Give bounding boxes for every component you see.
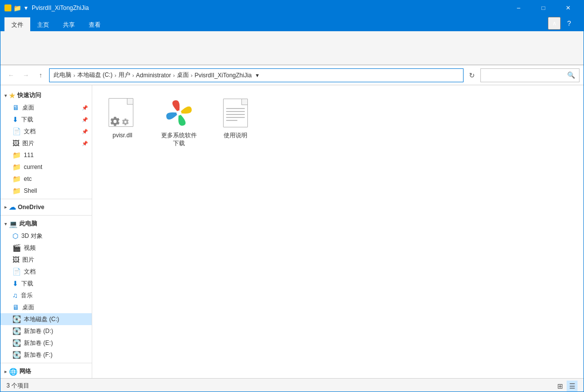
folder-icon-current: 📁 — [12, 163, 21, 171]
pin-icon-desktop: 📌 — [82, 105, 88, 111]
sidebar-item-desktop[interactable]: 🖥 桌面 📌 — [0, 102, 92, 113]
sidebar-label-pics: 图片 — [22, 139, 34, 148]
sidebar-pc-header[interactable]: ▾ 💻 此电脑 — [0, 218, 92, 230]
minimize-button[interactable]: – — [507, 0, 530, 15]
label-pics2: 图片 — [22, 256, 34, 264]
app-icon-yellow — [4, 4, 11, 11]
icon-video: 🎬 — [12, 244, 21, 252]
file-item-txt[interactable]: 使用说明 — [213, 93, 258, 144]
breadcrumb-thispc[interactable]: 此电脑 — [54, 71, 71, 79]
file-item-dll[interactable]: pvisr.dll — [100, 93, 145, 144]
icon-drive-c: 💽 — [12, 315, 21, 323]
icon-docs2: 📄 — [12, 268, 21, 276]
breadcrumb-current[interactable]: PvisrdII_XiTongZhiJia — [194, 72, 251, 79]
sidebar-label-desktop: 桌面 — [22, 104, 34, 112]
sidebar-label-111: 111 — [24, 152, 34, 159]
sidebar: ▾ ★ 快速访问 🖥 桌面 📌 ⬇ 下载 📌 📄 文档 📌 🖼 图片 📌 📁 1… — [0, 85, 92, 378]
up-button[interactable]: ↑ — [34, 69, 47, 82]
tab-share[interactable]: 共享 — [56, 17, 82, 31]
pin-icon-download: 📌 — [82, 117, 88, 122]
view-toggle: ⊞ ☰ — [555, 381, 578, 392]
label-video: 视频 — [24, 244, 36, 252]
quickaccess-label: 快速访问 — [17, 91, 41, 100]
desktop-icon: 🖥 — [12, 104, 19, 112]
content-area: pvisr.dll 更多系统 — [92, 85, 584, 378]
title-bar-controls: – □ ✕ — [507, 0, 580, 15]
label-drive-d: 新加卷 (D:) — [24, 327, 53, 336]
onedrive-icon: ☁ — [9, 203, 16, 211]
sidebar-network-header[interactable]: ▸ 🌐 网络 — [0, 365, 92, 378]
sidebar-item-video[interactable]: 🎬 视频 — [0, 242, 92, 254]
docs-icon: 📄 — [12, 127, 21, 135]
file-icon-dll — [107, 97, 138, 129]
sidebar-item-download[interactable]: ⬇ 下载 📌 — [0, 113, 92, 125]
file-icon-txt — [220, 97, 251, 129]
sidebar-item-etc[interactable]: 📁 etc — [0, 173, 92, 185]
pc-icon: 💻 — [9, 220, 17, 228]
maximize-button[interactable]: □ — [532, 0, 555, 15]
sidebar-item-drive-d[interactable]: 💽 新加卷 (D:) — [0, 325, 92, 337]
file-icon-pinwheel — [163, 97, 195, 129]
sidebar-item-music[interactable]: ♫ 音乐 — [0, 289, 92, 301]
network-label: 网络 — [19, 367, 31, 376]
sidebar-item-111[interactable]: 📁 111 — [0, 149, 92, 161]
sidebar-item-shell[interactable]: 📁 Shell — [0, 185, 92, 197]
search-box[interactable]: 🔍 — [480, 68, 580, 82]
view-detail-button[interactable]: ☰ — [567, 381, 578, 392]
sidebar-item-3d[interactable]: ⬡ 3D 对象 — [0, 230, 92, 242]
sidebar-item-pics[interactable]: 🖼 图片 📌 — [0, 137, 92, 149]
sidebar-onedrive-header[interactable]: ▸ ☁ OneDrive — [0, 201, 92, 213]
tab-view[interactable]: 查看 — [82, 17, 108, 31]
address-bar: ← → ↑ 此电脑 › 本地磁盘 (C:) › 用户 › Administrat… — [0, 65, 584, 85]
tab-file[interactable]: 文件 — [4, 17, 30, 31]
sep4: › — [173, 72, 175, 78]
icon-desktop2: 🖥 — [12, 303, 19, 311]
file-label-dll: pvisr.dll — [113, 132, 132, 140]
pin-icon-pics: 📌 — [82, 141, 88, 146]
pc-label: 此电脑 — [19, 220, 37, 228]
label-music: 音乐 — [21, 291, 33, 300]
sidebar-item-drive-e[interactable]: 💽 新加卷 (E:) — [0, 337, 92, 349]
pinwheel-svg — [164, 98, 194, 128]
breadcrumb-chevron: ▾ — [256, 72, 259, 79]
address-breadcrumb[interactable]: 此电脑 › 本地磁盘 (C:) › 用户 › Administrator › 桌… — [49, 68, 464, 82]
refresh-button[interactable]: ↻ — [466, 69, 478, 82]
expand-ribbon-button[interactable]: ∧ — [548, 17, 561, 30]
network-icon: 🌐 — [9, 368, 17, 376]
forward-button[interactable]: → — [19, 69, 32, 82]
breadcrumb-desktop[interactable]: 桌面 — [177, 71, 189, 79]
close-button[interactable]: ✕ — [557, 0, 580, 15]
sidebar-label-docs: 文档 — [24, 127, 36, 136]
sidebar-item-docs[interactable]: 📄 文档 📌 — [0, 125, 92, 137]
pics-icon: 🖼 — [12, 139, 19, 147]
chevron-down-icon-pc: ▾ — [4, 222, 7, 226]
tab-home[interactable]: 主页 — [30, 17, 56, 31]
ribbon-content — [0, 31, 584, 65]
main-layout: ▾ ★ 快速访问 🖥 桌面 📌 ⬇ 下载 📌 📄 文档 📌 🖼 图片 📌 📁 1… — [0, 85, 584, 378]
sidebar-item-download2[interactable]: ⬇ 下载 — [0, 278, 92, 289]
sidebar-label-shell: Shell — [24, 187, 37, 194]
ribbon: 文件 主页 共享 查看 ∧ ? — [0, 15, 584, 65]
sidebar-item-current[interactable]: 📁 current — [0, 161, 92, 173]
sidebar-item-pics2[interactable]: 🖼 图片 — [0, 254, 92, 266]
sidebar-label-current: current — [24, 164, 42, 170]
sidebar-item-drive-c[interactable]: 💽 本地磁盘 (C:) — [0, 313, 92, 325]
title-bar-title: PvisrdII_XiTongZhiJia — [32, 4, 89, 11]
breadcrumb-admin[interactable]: Administrator — [136, 72, 171, 79]
chevron-right-icon-od: ▸ — [4, 205, 7, 210]
sidebar-item-desktop2[interactable]: 🖥 桌面 — [0, 301, 92, 313]
file-item-pinwheel[interactable]: 更多系统软件下载 — [157, 93, 201, 151]
breadcrumb-users[interactable]: 用户 — [118, 71, 130, 79]
breadcrumb-c[interactable]: 本地磁盘 (C:) — [77, 71, 113, 79]
help-button[interactable]: ? — [563, 17, 576, 30]
sidebar-label-etc: etc — [24, 175, 32, 182]
view-grid-button[interactable]: ⊞ — [555, 381, 566, 392]
sidebar-quickaccess-header[interactable]: ▾ ★ 快速访问 — [0, 89, 92, 102]
label-3d: 3D 对象 — [21, 232, 43, 240]
back-button[interactable]: ← — [4, 69, 17, 82]
sidebar-item-drive-f[interactable]: 💽 新加卷 (F:) — [0, 349, 92, 361]
folder-icon-shell: 📁 — [12, 187, 21, 195]
sidebar-item-docs2[interactable]: 📄 文档 — [0, 266, 92, 278]
icon-3d: ⬡ — [12, 232, 18, 240]
icon-drive-d: 💽 — [12, 327, 21, 335]
